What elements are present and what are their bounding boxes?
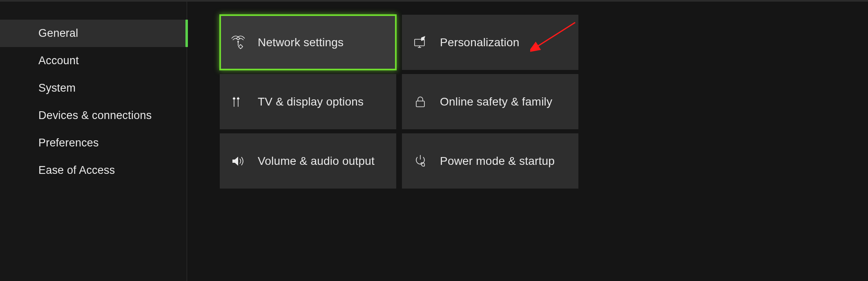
sidebar-item-label: Ease of Access [38, 164, 115, 177]
sidebar-item-preferences[interactable]: Preferences [0, 129, 187, 157]
power-icon [413, 154, 428, 169]
sidebar-item-account[interactable]: Account [0, 47, 187, 74]
sidebar-item-label: Preferences [38, 137, 99, 149]
main-panel: Network settings Personalization [187, 0, 868, 281]
sidebar-item-label: Account [38, 54, 79, 67]
tile-label: TV & display options [258, 95, 364, 108]
sidebar-item-ease-of-access[interactable]: Ease of Access [0, 157, 187, 184]
personalization-icon [413, 35, 428, 50]
tile-label: Online safety & family [440, 95, 552, 108]
svg-point-2 [239, 45, 242, 48]
tile-volume-audio[interactable]: Volume & audio output [220, 133, 396, 189]
sidebar-item-devices[interactable]: Devices & connections [0, 102, 187, 129]
sidebar: General Account System Devices & connect… [0, 0, 187, 281]
tile-tv-display[interactable]: TV & display options [220, 74, 396, 129]
svg-rect-12 [416, 101, 424, 107]
tile-personalization[interactable]: Personalization [402, 15, 578, 70]
sidebar-item-label: System [38, 82, 76, 94]
tile-label: Power mode & startup [440, 155, 555, 168]
svg-rect-8 [233, 98, 235, 99]
settings-screen: General Account System Devices & connect… [0, 0, 868, 281]
svg-rect-9 [237, 98, 239, 99]
sidebar-item-system[interactable]: System [0, 74, 187, 102]
tile-network-settings[interactable]: Network settings [220, 15, 396, 70]
display-icon [231, 94, 245, 109]
network-icon [231, 35, 245, 50]
sidebar-item-label: Devices & connections [38, 109, 152, 122]
tile-label: Personalization [440, 36, 519, 49]
tile-label: Volume & audio output [258, 155, 375, 168]
audio-icon [231, 154, 245, 169]
tile-online-safety[interactable]: Online safety & family [402, 74, 578, 129]
tile-power-startup[interactable]: Power mode & startup [402, 133, 578, 189]
sidebar-item-label: General [38, 27, 78, 40]
sidebar-item-general[interactable]: General [0, 20, 187, 47]
lock-icon [413, 94, 428, 109]
svg-point-0 [237, 41, 239, 43]
tile-grid: Network settings Personalization [220, 15, 868, 189]
tile-label: Network settings [258, 36, 344, 49]
